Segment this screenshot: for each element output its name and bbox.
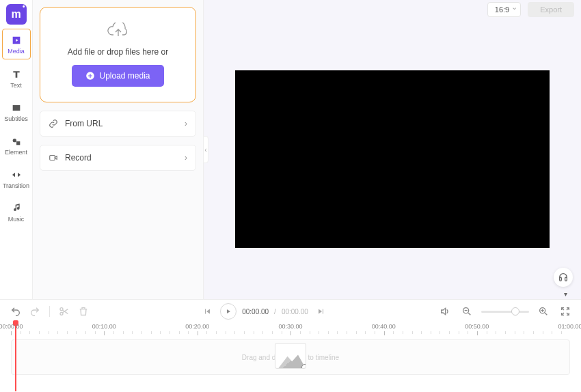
timeline-toolbar: 00:00.00 / 00:00.00 — [0, 300, 581, 323]
sidebar-item-transition[interactable]: Transition — [2, 164, 31, 193]
ruler-tick — [543, 331, 552, 334]
time-sep: / — [274, 308, 276, 316]
plus-circle-icon — [85, 71, 95, 81]
ruler-tick — [113, 331, 123, 334]
playback-controls: 00:00.00 / 00:00.00 — [200, 303, 329, 320]
zoom-thumb[interactable] — [511, 307, 519, 316]
preview-area: 16:9 Export ‹ ▾ — [204, 0, 581, 299]
fit-button[interactable] — [558, 304, 573, 319]
redo-button[interactable] — [27, 304, 42, 319]
ruler-tick-label: 00:20.00 — [185, 323, 209, 330]
ruler-tick — [226, 331, 235, 334]
sidebar-item-media[interactable]: Media — [2, 29, 31, 59]
video-canvas[interactable] — [235, 70, 550, 248]
ruler-tick — [29, 331, 39, 334]
next-frame-button[interactable] — [314, 304, 329, 319]
clip-load-indicator — [301, 364, 306, 369]
ruler-tick — [234, 331, 244, 334]
zoom-out-icon — [461, 306, 472, 317]
ruler-tick — [300, 331, 310, 334]
chevron-right-icon: › — [185, 153, 187, 163]
ruler-tick — [104, 331, 113, 335]
skip-forward-icon — [317, 307, 325, 316]
ruler-tick — [533, 331, 543, 334]
ruler-tick — [524, 331, 533, 334]
headphones-button[interactable] — [554, 268, 573, 287]
undo-button[interactable] — [8, 304, 23, 319]
ruler-tick — [449, 331, 459, 334]
zoom-out-button[interactable] — [459, 304, 474, 319]
cut-button[interactable] — [57, 304, 72, 319]
record-label: Record — [65, 153, 92, 163]
delete-button[interactable] — [76, 304, 91, 319]
panel-collapse-handle[interactable]: ‹ — [203, 136, 208, 163]
from-url-button[interactable]: From URL › — [40, 111, 196, 137]
record-icon — [49, 153, 58, 163]
ruler-tick — [85, 331, 95, 334]
upload-media-button[interactable]: Upload media — [72, 65, 163, 87]
zoom-in-button[interactable] — [536, 304, 551, 319]
ruler-tick — [272, 331, 282, 334]
svg-point-0 — [12, 139, 16, 142]
transition-icon — [11, 169, 22, 180]
upload-dropzone[interactable]: Add file or drop files here or Upload me… — [40, 7, 196, 102]
sidebar-item-subtitles[interactable]: Subtitles — [2, 97, 31, 126]
total-time: 00:00.00 — [282, 308, 308, 316]
timeline-ruler[interactable]: 00:00.0000:10.0000:20.0000:30.0000:40.00… — [0, 323, 581, 337]
play-button[interactable] — [220, 303, 237, 320]
ruler-tick — [282, 331, 291, 334]
ruler-tick — [198, 331, 207, 335]
ruler-tick-label: 00:50.00 — [465, 323, 489, 330]
sidebar-item-music[interactable]: Music — [2, 197, 31, 227]
ruler-tick — [132, 331, 141, 334]
export-button[interactable]: Export — [528, 2, 574, 17]
ruler-tick — [468, 331, 477, 334]
clip-placeholder[interactable] — [275, 343, 306, 369]
ruler-tick — [375, 331, 384, 334]
redo-icon — [29, 306, 40, 317]
ruler-tick — [496, 331, 505, 334]
sidebar-item-text[interactable]: Text — [2, 64, 31, 93]
sidebar: m Media Text Subtitles Element Transitio… — [0, 0, 33, 299]
play-icon — [225, 308, 232, 315]
ruler-tick — [403, 331, 412, 334]
aspect-ratio-select[interactable]: 16:9 — [487, 2, 521, 17]
preview-header: 16:9 Export — [204, 0, 581, 19]
media-panel: Add file or drop files here or Upload me… — [33, 0, 204, 299]
ruler-tick — [39, 331, 49, 334]
app-logo[interactable]: m — [6, 4, 27, 25]
ruler-tick — [141, 331, 151, 334]
ruler-tick — [67, 331, 77, 334]
more-options[interactable]: ▾ — [564, 290, 567, 298]
trash-icon — [78, 306, 89, 317]
sidebar-label: Media — [8, 48, 25, 55]
ruler-tick — [57, 331, 67, 334]
subtitles-icon — [11, 102, 22, 113]
ruler-tick — [262, 331, 272, 334]
sidebar-label: Subtitles — [4, 115, 28, 122]
sidebar-item-element[interactable]: Element — [2, 130, 31, 160]
ruler-tick — [431, 331, 440, 334]
ruler-tick-label: 00:30.00 — [278, 323, 302, 330]
zoom-slider[interactable] — [481, 311, 529, 313]
timeline-track[interactable]: Drag and drop media to timeline — [11, 339, 570, 375]
record-button[interactable]: Record › — [40, 145, 196, 171]
ruler-tick — [384, 331, 394, 335]
prev-frame-button[interactable] — [200, 304, 215, 319]
ruler-tick — [393, 331, 403, 334]
ruler-tick — [328, 331, 338, 334]
ruler-tick — [49, 331, 58, 334]
current-time: 00:00.00 — [242, 308, 269, 316]
volume-button[interactable] — [437, 304, 452, 319]
ruler-tick — [160, 331, 170, 334]
ruler-tick — [123, 331, 133, 334]
ruler-tick — [95, 331, 105, 334]
ruler-tick — [254, 331, 263, 334]
separator — [49, 306, 50, 317]
ruler-tick — [347, 331, 356, 334]
ruler-tick — [290, 331, 300, 335]
timeline-section: 00:00.00 / 00:00.00 — [0, 299, 581, 392]
ruler-tick — [552, 331, 561, 334]
ruler-tick — [21, 331, 30, 334]
scissors-icon — [59, 306, 70, 317]
